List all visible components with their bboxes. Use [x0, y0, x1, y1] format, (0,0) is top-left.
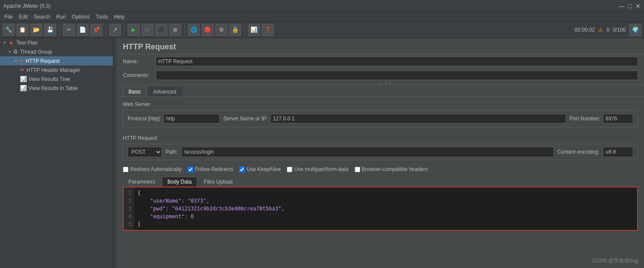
expand-arrow-hr: ▼ — [14, 59, 18, 63]
toolbar-cut[interactable]: ✂ — [63, 24, 75, 36]
comments-input[interactable] — [156, 71, 638, 80]
code-line-3: "pwd": "64121321c9b2dr3cb3e408crea70t5ba… — [138, 205, 634, 213]
toolbar-paste[interactable]: 📌 — [90, 24, 103, 36]
sidebar-item-viewresultstree[interactable]: 📊 View Results Tree — [0, 74, 113, 84]
sidebar-label-httpheadermanager: HTTP Header Manager — [26, 67, 80, 73]
toolbar-log[interactable]: 📊 — [248, 24, 260, 36]
viewresultstree-icon: 📊 — [20, 76, 27, 82]
name-input[interactable] — [156, 57, 638, 66]
line-numbers: 1 2 3 4 5 — [124, 187, 134, 230]
line-num-1: 1 — [126, 189, 131, 197]
sidebar-label-viewresultstree: View Results Tree — [29, 76, 70, 82]
protocol-label: Protocol [http]: — [128, 116, 161, 122]
multipart-checkbox[interactable] — [287, 167, 292, 172]
toolbar-time: 00:00:02 — [575, 27, 595, 33]
toolbar-remote-start[interactable]: 🌐 — [188, 24, 200, 36]
toolbar-start[interactable]: ▶ — [128, 24, 140, 36]
toolbar-new[interactable]: 🔧 — [3, 24, 15, 36]
keepalive-label: Use KeepAlive — [247, 166, 281, 172]
sub-tab-parameters[interactable]: Parameters — [123, 177, 161, 187]
toolbar-sep1 — [59, 25, 60, 35]
toolbar-help[interactable]: ❓ — [262, 24, 274, 36]
expand-arrow-tg: ▼ — [8, 50, 12, 54]
toolbar-sep3 — [124, 25, 125, 35]
browser-compat-item: Browser-compatible headers — [355, 166, 428, 172]
encoding-input[interactable] — [603, 147, 633, 157]
sub-tab-filesupload[interactable]: Files Upload — [198, 177, 238, 187]
name-label: Name: — [123, 58, 153, 65]
minimize-button[interactable]: — — [619, 3, 625, 10]
menu-options[interactable]: Options — [69, 13, 92, 21]
maximize-button[interactable]: □ — [628, 3, 632, 10]
code-editor: 1 2 3 4 5 { "userName": "0373", "pwd": "… — [123, 187, 638, 231]
toolbar-save[interactable]: 💾 — [44, 24, 56, 36]
line-num-3: 3 — [126, 205, 131, 213]
menu-help[interactable]: Help — [111, 13, 127, 21]
toolbar: 🔧 📋 📂 💾 ✂ 📄 📌 ↗ ▶ ▷ ⬛ ⏹ 🌐 🔴 ⚙ 🔒 📊 ❓ 00:0… — [0, 22, 644, 38]
menu-search[interactable]: Search — [31, 13, 53, 21]
toolbar-warnings: 0 — [606, 27, 609, 33]
sub-tab-bodydata[interactable]: Body Data — [162, 177, 197, 187]
line-num-2: 2 — [126, 197, 131, 205]
sub-tab-bar: Parameters Body Data Files Upload — [117, 175, 644, 187]
app-title: Apache JMeter (5.3) — [3, 3, 51, 9]
redirect-auto-checkbox[interactable] — [123, 167, 128, 172]
sidebar: ▼ 🔺 Test Plan ▼ ⚙ Thread Group ▼ ✂ HTTP … — [0, 38, 113, 268]
main-layout: ▼ 🔺 Test Plan ▼ ⚙ Thread Group ▼ ✂ HTTP … — [0, 38, 644, 268]
divider: • • • — [117, 82, 644, 85]
keepalive-checkbox[interactable] — [239, 167, 245, 172]
protocol-input[interactable] — [163, 114, 220, 123]
toolbar-remote-stop[interactable]: 🔴 — [202, 24, 214, 36]
webserver-section: Web Server Protocol [http]: Server Name … — [117, 97, 644, 131]
menu-run[interactable]: Run — [54, 13, 68, 21]
multipart-item: Use multipart/form-data — [287, 166, 348, 172]
sidebar-item-viewresultsintable[interactable]: 📊 View Results in Table — [0, 84, 113, 93]
toolbar-ssl[interactable]: 🔒 — [229, 24, 241, 36]
sidebar-item-httprequest[interactable]: ▼ ✂ HTTP Request → — [0, 56, 113, 65]
toolbar-expand[interactable]: ↗ — [109, 24, 121, 36]
portnumber-label: Port Number: — [570, 116, 600, 122]
sidebar-item-httpheadermanager[interactable]: ✂ HTTP Header Manager — [0, 65, 113, 74]
menu-file[interactable]: File — [2, 13, 15, 21]
close-button[interactable]: ✕ — [635, 3, 641, 10]
resize-handle[interactable]: ⋮ — [113, 38, 117, 268]
window-controls: — □ ✕ — [619, 3, 641, 10]
httpheadermanager-icon: ✂ — [20, 67, 25, 73]
follow-redirects-checkbox[interactable] — [188, 167, 193, 172]
webserver-fields: Protocol [http]: Server Name or IP: Port… — [123, 110, 638, 127]
code-line-1: { — [138, 189, 634, 197]
servername-input[interactable] — [270, 114, 566, 123]
toolbar-start-no-pause[interactable]: ▷ — [141, 24, 154, 36]
panel-title: HTTP Request — [117, 38, 644, 55]
toolbar-open[interactable]: 📂 — [30, 24, 42, 36]
toolbar-remote-stop2[interactable]: ⚙ — [215, 24, 227, 36]
toolbar-sep2 — [106, 25, 106, 35]
toolbar-shutdown[interactable]: ⏹ — [169, 24, 181, 36]
sidebar-item-threadgroup[interactable]: ▼ ⚙ Thread Group — [0, 47, 113, 56]
expand-arrow: ▼ — [3, 41, 6, 45]
menu-edit[interactable]: Edit — [16, 13, 30, 21]
toolbar-globe[interactable]: 🌍 — [629, 24, 641, 36]
portnumber-input[interactable] — [603, 114, 633, 123]
code-body[interactable]: { "userName": "0373", "pwd": "64121321c9… — [134, 187, 637, 230]
webserver-label: Web Server — [123, 101, 150, 107]
toolbar-template[interactable]: 📋 — [16, 24, 29, 36]
webserver-header: Web Server — [117, 99, 644, 108]
browser-compat-label: Browser-compatible headers — [362, 166, 428, 172]
warning-icon: ⚠ — [598, 27, 603, 33]
path-input[interactable] — [181, 147, 554, 157]
comments-label: Comments: — [123, 72, 153, 78]
tab-basic[interactable]: Basic — [123, 87, 147, 97]
browser-compat-checkbox[interactable] — [355, 167, 360, 172]
toolbar-counter: 0/100 — [613, 27, 626, 33]
portnumber-group: Port Number: — [570, 114, 633, 123]
code-line-5: } — [138, 220, 634, 228]
toolbar-stop[interactable]: ⬛ — [155, 24, 167, 36]
titlebar: Apache JMeter (5.3) — □ ✕ — [0, 0, 644, 12]
tab-advanced[interactable]: Advanced — [147, 87, 182, 97]
method-select[interactable]: POST GET PUT DELETE — [128, 147, 162, 157]
line-num-4: 4 — [126, 213, 131, 220]
sidebar-item-testplan[interactable]: ▼ 🔺 Test Plan — [0, 38, 113, 47]
toolbar-copy[interactable]: 📄 — [77, 24, 89, 36]
menu-tools[interactable]: Tools — [93, 13, 110, 21]
